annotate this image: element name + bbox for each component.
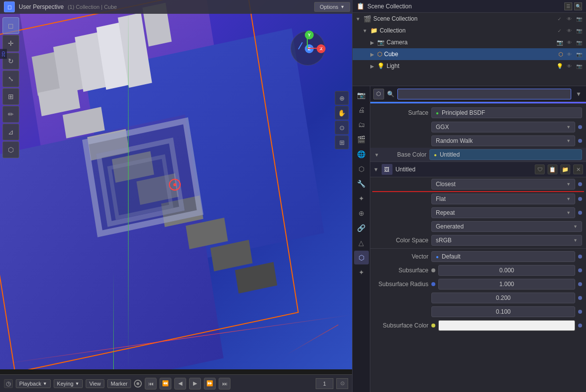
prev-frame-btn[interactable]: ◀ <box>174 378 186 390</box>
tool-select[interactable]: ◻ <box>2 17 19 34</box>
props-render-icon[interactable]: 📷 <box>354 88 369 102</box>
outliner-scene-collection[interactable]: ▼ 🎬 Scene Collection ✓ 👁 📷 <box>353 13 586 25</box>
fly-camera-btn[interactable]: ⊙ <box>335 121 349 134</box>
interpolation-dot[interactable] <box>578 182 582 186</box>
outliner-camera[interactable]: ▶ 📷 Camera 📷 👁 📷 <box>353 36 586 48</box>
vector-dot[interactable] <box>578 255 582 259</box>
light-visibility[interactable]: 👁 <box>565 62 573 70</box>
outliner-collection[interactable]: ▼ 📁 Collection ✓ 👁 📷 <box>353 25 586 36</box>
interpolation-dropdown[interactable]: Closest ▼ <box>431 179 575 190</box>
randomwalk-dot[interactable] <box>578 139 582 143</box>
props-modifier-icon[interactable]: 🔧 <box>354 177 369 191</box>
cube-visibility[interactable]: 👁 <box>565 50 573 58</box>
projection-dropdown[interactable]: Flat ▼ <box>431 194 575 204</box>
light-render[interactable]: 📷 <box>575 62 583 70</box>
collection-render[interactable]: 📷 <box>575 27 583 34</box>
base-color-expand-icon[interactable]: ▼ <box>374 152 379 158</box>
nav-axes-gizmo[interactable]: X Y Z <box>288 29 327 68</box>
subsurface-value[interactable]: 0.000 <box>438 265 575 276</box>
texture-close-btn[interactable]: ✕ <box>573 164 583 174</box>
tool-transform[interactable]: ⊞ <box>2 88 19 105</box>
end-frame-icon[interactable]: ⊙ <box>336 378 348 389</box>
props-world-icon[interactable]: 🌐 <box>354 147 369 161</box>
keying-menu[interactable]: Keying ▼ <box>54 379 83 388</box>
view-menu[interactable]: View <box>86 379 104 388</box>
texture-folder-btn[interactable]: 📁 <box>560 164 570 174</box>
tool-scale[interactable]: ⤡ <box>2 70 19 87</box>
zoom-btn[interactable]: ⊕ <box>335 91 349 105</box>
subsurface-color-dot-right[interactable] <box>578 324 582 327</box>
prev-keyframe-btn[interactable]: ⏪ <box>160 378 171 390</box>
props-shaderfx-icon[interactable]: ✦ <box>354 265 369 279</box>
axis-x-ball[interactable]: X <box>317 44 326 53</box>
cube-render[interactable]: 📷 <box>575 50 583 58</box>
randomwalk-dropdown[interactable]: Random Walk ▼ <box>431 135 575 146</box>
extension-dot[interactable] <box>578 211 582 215</box>
collection-visibility[interactable]: 👁 <box>565 27 573 34</box>
props-object-icon[interactable]: ⬡ <box>354 162 369 176</box>
props-scene-icon[interactable]: 🎬 <box>354 132 369 146</box>
options-button[interactable]: Options ▼ <box>314 2 350 12</box>
vector-field[interactable]: Default <box>431 251 575 262</box>
base-color-field[interactable]: Untitled <box>429 149 582 160</box>
texture-copy-btn[interactable]: 📋 <box>548 164 557 174</box>
texture-icon: 🖼 <box>382 164 392 175</box>
tool-cubeview[interactable]: ⬡ <box>2 141 19 158</box>
viewport-mode-icon[interactable]: ◻ <box>4 1 15 12</box>
subsurface-radius3-dot[interactable] <box>578 310 582 314</box>
subsurface-color-swatch[interactable] <box>438 320 575 331</box>
props-search-icon: 🔍 <box>387 91 394 98</box>
props-viewlayer-icon[interactable]: 🗂 <box>354 118 369 131</box>
outliner-light[interactable]: ▶ 💡 Light 💡 👁 📷 <box>353 60 586 72</box>
outliner-cube[interactable]: ▶ ⬡ Cube ⬡ 👁 📷 <box>353 48 586 60</box>
outliner-filter-btn[interactable]: ☰ <box>564 2 572 10</box>
surface-shader-field[interactable]: Principled BSDF <box>431 107 582 118</box>
scene-collection-visibility[interactable]: 👁 <box>565 15 573 23</box>
frame-display[interactable]: 1 <box>316 378 333 389</box>
tool-annotate[interactable]: ✏ <box>2 106 19 123</box>
skip-first-btn[interactable]: ⏮ <box>145 378 157 390</box>
subsurface-radius2-dot[interactable] <box>578 296 582 300</box>
grid-btn[interactable]: ⊞ <box>335 135 349 149</box>
playback-menu[interactable]: Playback ▼ <box>16 379 51 388</box>
props-header-icon[interactable]: ⬡ <box>373 89 384 99</box>
texture-shield-btn[interactable]: 🛡 <box>535 164 545 174</box>
subsurface-dot-right[interactable] <box>578 268 582 272</box>
collection-checkbox[interactable]: ✓ <box>555 27 563 34</box>
randomwalk-row: Random Walk ▼ <box>370 134 586 148</box>
axis-z-ball[interactable]: Z <box>305 44 314 53</box>
props-constraints-icon[interactable]: 🔗 <box>354 221 369 235</box>
ggx-dropdown[interactable]: GGX ▼ <box>431 122 575 132</box>
skip-last-btn[interactable]: ⏭ <box>219 378 230 390</box>
colorspace-dropdown[interactable]: sRGB ▼ <box>431 235 582 246</box>
subsurface-radius-1[interactable]: 1.000 <box>438 279 575 290</box>
subsurface-radius-dot-right[interactable] <box>578 282 582 286</box>
outliner-search-btn[interactable]: 🔍 <box>574 2 582 10</box>
grab-btn[interactable]: ✋ <box>335 106 349 120</box>
axis-y-ball[interactable]: Y <box>305 31 314 39</box>
extension-dropdown[interactable]: Repeat ▼ <box>431 207 575 218</box>
timeline-icon[interactable]: ◷ <box>4 379 13 388</box>
props-output-icon[interactable]: 🖨 <box>354 103 369 117</box>
projection-dot[interactable] <box>578 197 582 201</box>
props-physics-icon[interactable]: ⊕ <box>354 206 369 220</box>
next-frame-btn[interactable]: ⏩ <box>204 378 216 390</box>
playback-dot-icon[interactable] <box>134 380 142 388</box>
subsurface-radius-2[interactable]: 0.200 <box>431 293 575 303</box>
play-btn[interactable]: ▶ <box>189 378 201 390</box>
props-search-input[interactable] <box>397 89 571 99</box>
scene-collection-render[interactable]: 📷 <box>575 15 583 23</box>
subsurface-radius-3[interactable]: 0.100 <box>431 306 575 317</box>
marker-menu[interactable]: Marker <box>107 379 131 388</box>
props-material-icon[interactable]: ⬡ <box>354 251 369 264</box>
viewport-canvas[interactable]: X Y Z ◻ User Perspective (1) Collection … <box>0 0 352 369</box>
camera-visibility[interactable]: 👁 <box>565 38 573 46</box>
source-dropdown[interactable]: Generated ▼ <box>431 221 582 232</box>
camera-render[interactable]: 📷 <box>575 38 583 46</box>
tool-measure[interactable]: ⊿ <box>2 124 19 140</box>
props-data-icon[interactable]: △ <box>354 236 369 250</box>
props-expand-btn[interactable]: ▼ <box>574 90 583 98</box>
props-particles-icon[interactable]: ✦ <box>354 192 369 205</box>
scene-collection-checkbox[interactable]: ✓ <box>555 15 563 23</box>
ggx-dot[interactable] <box>578 125 582 129</box>
